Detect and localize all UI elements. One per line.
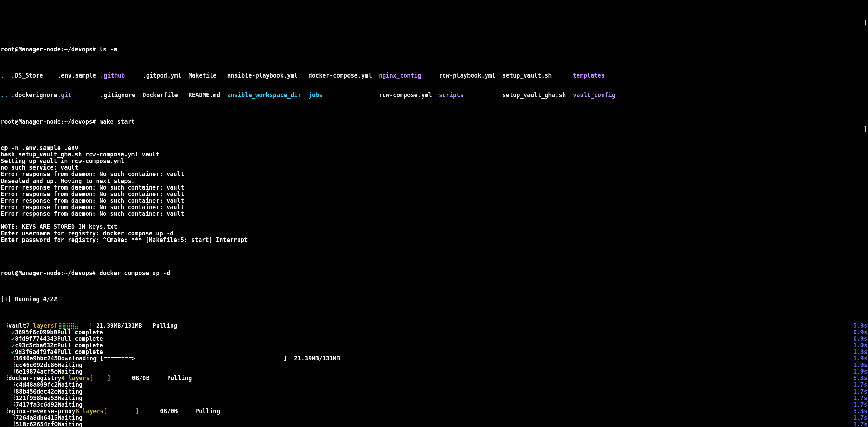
typed-command: ls -a [100, 46, 117, 53]
layer-id: 121f958bea53 [16, 395, 58, 401]
make-output: cp -n .env.sample .envbash setup_vault_g… [1, 145, 867, 250]
layer-status: Waiting [58, 401, 83, 408]
elapsed-time: 5.3s [853, 323, 867, 329]
compose-layer-line: ✔ 8fd9f7744343 Pull complete0.9s [1, 336, 867, 342]
ls-entry: README.md [188, 92, 227, 99]
typed-command: make start [100, 119, 135, 125]
output-line: cp -n .env.sample .env [1, 145, 867, 151]
layer-id: 7417fa3c6d92 [16, 401, 58, 408]
compose-layer-line: ⠸ 6e19874acf5e Waiting1.9s [1, 368, 867, 375]
compose-layer-line: ✔ 9d3f6adf9fa4 Pull complete1.8s [1, 349, 867, 355]
layer-id: 1646e9bbc245 [16, 355, 58, 362]
compose-header: [+] Running 4/22 [1, 296, 867, 303]
progress-bar: [ ] [90, 375, 111, 382]
download-icon: ⠸ [11, 355, 16, 362]
layer-status: Waiting [58, 421, 83, 427]
shell-prompt: root@Manager-node:~/devops# [1, 270, 96, 276]
download-icon: ⠸ [1, 323, 8, 329]
download-icon: ⠸ [1, 375, 8, 382]
output-line: Enter username for registry: docker comp… [1, 230, 867, 237]
layer-id: 9d3f6adf9fa4 [15, 349, 57, 355]
ls-entry: .. [1, 92, 11, 99]
download-icon: ⠸ [11, 415, 16, 421]
scroll-indicator-icon: ] [864, 19, 867, 26]
output-line [1, 243, 867, 250]
download-icon: ⠸ [11, 382, 16, 388]
prompt-line: root@Manager-node:~/devops# docker compo… [1, 270, 867, 276]
compose-service-summary: ⠸ vault 7 layers [⣿⣿⣿⣿⣤ ] 21.39MB/131MB … [1, 323, 867, 329]
layer-id: 3695f6c099b8 [15, 329, 57, 336]
ls-entry: .env.sample [58, 72, 100, 79]
terminal[interactable]: ] ] root@Manager-node:~/devops# ls -a . … [0, 0, 868, 427]
output-line: Error response from daemon: No such cont… [1, 191, 867, 197]
ls-entry: scripts [439, 92, 502, 99]
elapsed-time: 1.7s [853, 388, 867, 395]
output-line: Unsealed and up. Moving to next steps. [1, 178, 867, 184]
elapsed-time: 1.7s [853, 382, 867, 388]
output-line: Setting up vault in rcw-compose.yml [1, 158, 867, 164]
ls-entry: .git [58, 92, 100, 99]
ls-entry: Dockerfile [142, 92, 188, 99]
ls-entry: Makefile [188, 72, 227, 79]
layer-id: 7264a8db6415 [16, 415, 58, 421]
state: Pulling [150, 375, 192, 382]
shell-prompt: root@Manager-node:~/devops# [1, 46, 96, 53]
layer-id: c93c5cba632c [15, 342, 57, 349]
layer-status: Waiting [58, 388, 83, 395]
scroll-indicator-icon: ] [864, 126, 867, 133]
ls-entry: .github [100, 72, 143, 79]
ls-entry: setup_vault.sh [502, 72, 573, 79]
layer-status: Pull complete [57, 349, 103, 355]
download-icon: ⠸ [11, 368, 16, 375]
layer-id: 8fd9f7744343 [15, 336, 57, 342]
ls-entry: . [1, 72, 11, 79]
layer-status: Pull complete [57, 329, 103, 336]
layer-status: Pull complete [57, 342, 103, 349]
elapsed-time: 1.7s [853, 415, 867, 421]
prompt-line: root@Manager-node:~/devops# ls -a [1, 46, 867, 53]
ls-entry: .gitignore [100, 92, 143, 99]
download-icon: ⠸ [11, 395, 16, 401]
download-icon: ⠸ [11, 388, 16, 395]
layer-id: 518c62654cf0 [16, 421, 58, 427]
elapsed-time: 1.0s [853, 342, 867, 349]
compose-layer-line: ✔ c93c5cba632c Pull complete1.0s [1, 342, 867, 349]
ls-entry: .dockerignore [11, 92, 58, 99]
elapsed-time: 0.9s [853, 329, 867, 336]
state: Pulling [178, 408, 220, 415]
layers-count: 7 layers [26, 323, 54, 329]
elapsed-time: 1.7s [853, 395, 867, 401]
ls-entry: setup_vault_gha.sh [502, 92, 573, 99]
output-line: Error response from daemon: No such cont… [1, 184, 867, 191]
compose-layer-line: ⠸ 518c62654cf0 Waiting1.7s [1, 421, 867, 427]
compose-layer-line: ⠸ 7417fa3c6d92 Waiting1.7s [1, 401, 867, 408]
ls-entry: templates [573, 72, 619, 79]
typed-command: docker compose up -d [100, 270, 170, 276]
output-line: NOTE: KEYS ARE STORED IN keys.txt [1, 224, 867, 230]
compose-layer-line: ⠸ 7264a8db6415 Waiting1.7s [1, 415, 867, 421]
compose-service-summary: ⠸ docker-registry 4 layers [ ] 0B/0B Pul… [1, 375, 867, 382]
layer-id: c4d48a809fc2 [16, 382, 58, 388]
compose-output: ⠸ vault 7 layers [⣿⣿⣿⣿⣤ ] 21.39MB/131MB … [1, 323, 867, 427]
layer-status: Downloading [========> ] 21.39MB/131MB [58, 355, 340, 362]
progress-bar: [ ] [104, 408, 139, 415]
layers-count: 4 layers [61, 375, 90, 382]
output-line [1, 217, 867, 224]
compose-layer-line: ⠸ 121f958bea53 Waiting1.7s [1, 395, 867, 401]
check-icon: ✔ [11, 329, 15, 336]
progress-bar: [⣿⣿⣿⣿⣤ ] [54, 323, 92, 329]
compose-layer-line: ⠸ 88b450dec42e Waiting1.7s [1, 388, 867, 395]
ls-entry: rcw-compose.yml [379, 92, 439, 99]
ls-row: . .DS_Store .env.sample .github .gitpod.… [1, 72, 867, 79]
ls-entry: vault_config [573, 92, 619, 99]
size: 0B/0B [139, 408, 178, 415]
download-icon: ⠸ [11, 421, 16, 427]
elapsed-time: 0.9s [853, 336, 867, 342]
elapsed-time: 1.7s [853, 401, 867, 408]
service-name: vault [8, 323, 26, 329]
elapsed-time: 1.9s [853, 362, 867, 368]
layer-status: Waiting [58, 382, 83, 388]
output-line: Enter password for registry: ^Cmake: ***… [1, 237, 867, 243]
layer-status: Waiting [58, 362, 83, 368]
output-line: no such service: vault [1, 164, 867, 171]
